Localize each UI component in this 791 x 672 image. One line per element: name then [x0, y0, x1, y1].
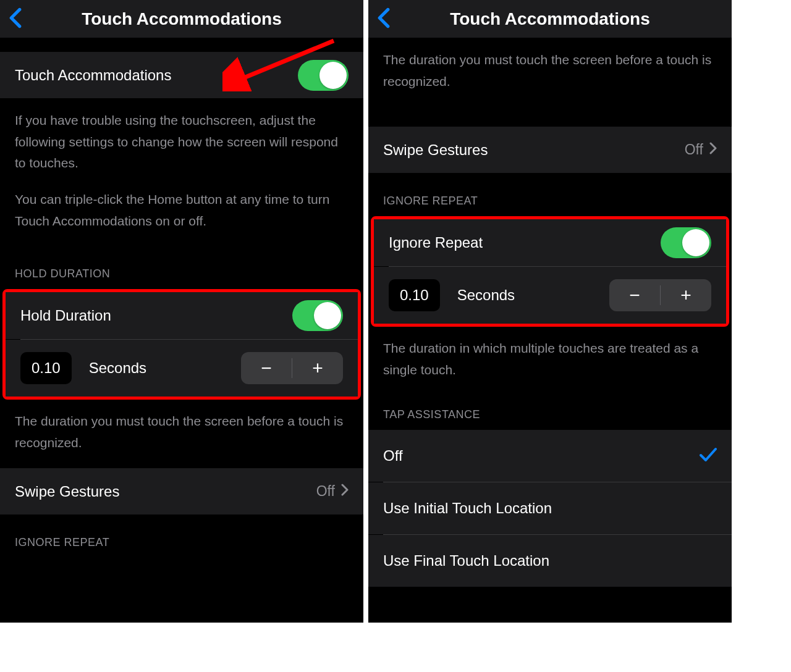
hold-duration-stepper: − +: [241, 352, 343, 384]
page-title: Touch Accommodations: [368, 9, 732, 29]
intro-footer-1: If you have trouble using the touchscree…: [0, 99, 363, 189]
page-title: Touch Accommodations: [0, 9, 363, 29]
stepper-minus-button[interactable]: −: [241, 352, 292, 384]
swipe-gestures-row[interactable]: Swipe Gestures Off: [368, 127, 732, 174]
tap-assistance-option-label: Use Final Touch Location: [383, 552, 549, 569]
chevron-right-icon: [341, 483, 349, 500]
hold-duration-highlight: Hold Duration 0.10 Seconds − +: [2, 289, 361, 400]
ignore-repeat-label: Ignore Repeat: [389, 234, 483, 251]
ignore-repeat-header: IGNORE REPEAT: [368, 174, 732, 216]
right-screenshot: Touch Accommodations The duration you mu…: [368, 0, 732, 623]
hold-duration-label: Hold Duration: [20, 307, 111, 324]
swipe-gestures-row[interactable]: Swipe Gestures Off: [0, 468, 363, 515]
left-screenshot: Touch Accommodations Touch Accommodation…: [0, 0, 363, 623]
tap-assistance-header: TAP ASSISTANCE: [368, 396, 732, 430]
nav-header: Touch Accommodations: [0, 0, 363, 38]
hold-duration-unit: Seconds: [89, 359, 224, 377]
tap-assistance-initial-row[interactable]: Use Initial Touch Location: [368, 482, 732, 534]
stepper-minus-button[interactable]: −: [609, 279, 660, 311]
hold-duration-value-input[interactable]: 0.10: [20, 352, 72, 384]
checkmark-icon: [700, 445, 717, 466]
hold-duration-header: HOLD DURATION: [0, 246, 363, 289]
ignore-repeat-toggle[interactable]: [661, 227, 711, 258]
tap-assistance-final-row[interactable]: Use Final Touch Location: [368, 535, 732, 587]
swipe-gestures-label: Swipe Gestures: [15, 483, 119, 500]
tap-assistance-option-label: Off: [383, 447, 403, 464]
ignore-repeat-highlight: Ignore Repeat 0.10 Seconds − +: [371, 216, 729, 327]
back-icon[interactable]: [9, 7, 22, 31]
touch-accommodations-label: Touch Accommodations: [15, 67, 171, 84]
ignore-repeat-value-input[interactable]: 0.10: [389, 279, 440, 311]
ignore-repeat-stepper-row: 0.10 Seconds − +: [374, 267, 726, 324]
swipe-gestures-value: Off: [316, 483, 349, 500]
hold-duration-footer: The duration you must touch the screen b…: [0, 400, 363, 468]
ignore-repeat-header: IGNORE REPEAT: [0, 515, 363, 558]
ignore-repeat-stepper: − +: [609, 279, 711, 311]
ignore-repeat-unit: Seconds: [457, 287, 592, 304]
back-icon[interactable]: [377, 7, 391, 31]
hold-duration-footer-right: The duration you must touch the screen b…: [368, 38, 732, 107]
stepper-plus-button[interactable]: +: [661, 279, 711, 311]
touch-accommodations-row: Touch Accommodations: [0, 52, 363, 99]
ignore-repeat-row: Ignore Repeat: [374, 219, 726, 266]
swipe-gestures-label: Swipe Gestures: [383, 141, 488, 159]
hold-duration-stepper-row: 0.10 Seconds − +: [6, 340, 358, 397]
swipe-gestures-value: Off: [685, 141, 717, 158]
tap-assistance-off-row[interactable]: Off: [368, 430, 732, 482]
hold-duration-row: Hold Duration: [6, 292, 358, 339]
tap-assistance-option-label: Use Initial Touch Location: [383, 500, 552, 517]
stepper-plus-button[interactable]: +: [292, 352, 343, 384]
intro-footer-2: You can triple-click the Home button at …: [0, 189, 363, 246]
touch-accommodations-toggle[interactable]: [298, 60, 349, 91]
hold-duration-toggle[interactable]: [292, 300, 343, 331]
nav-header: Touch Accommodations: [368, 0, 732, 38]
chevron-right-icon: [709, 141, 717, 158]
ignore-repeat-footer: The duration in which multiple touches a…: [368, 327, 732, 395]
